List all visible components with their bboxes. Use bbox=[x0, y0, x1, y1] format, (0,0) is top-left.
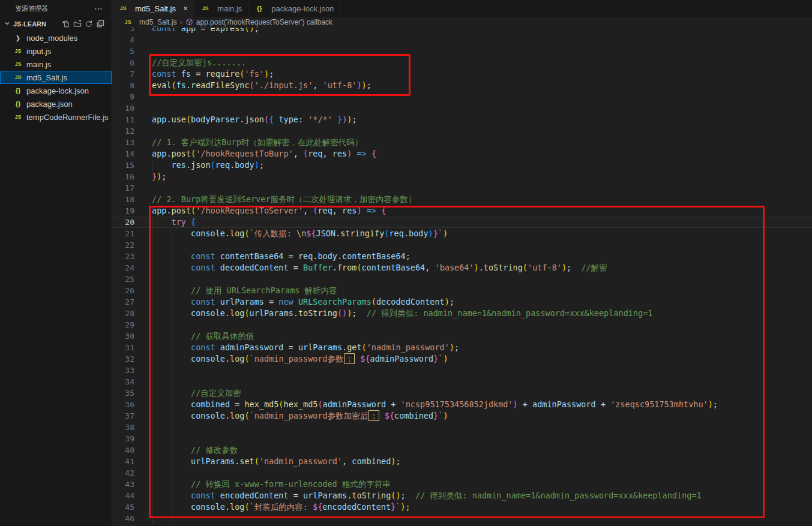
code-line[interactable]: 18// 2. Burp将要发送到Server服务时（二次处理请求，加密内容参数… bbox=[112, 194, 812, 205]
code-line[interactable]: 14app.post('/hookRequestToBurp', (req, r… bbox=[112, 148, 812, 160]
file-label: package.json bbox=[26, 100, 73, 109]
breadcrumb-separator-icon: › bbox=[180, 18, 182, 26]
js-file-icon: JS bbox=[13, 114, 23, 120]
code-text: const app = express(); bbox=[152, 28, 259, 34]
js-file-icon: JS bbox=[13, 61, 23, 67]
code-line[interactable]: 11app.use(bodyParser.json({ type: '*/*' … bbox=[112, 114, 812, 125]
code-line[interactable]: 12 bbox=[112, 125, 812, 137]
line-number: 4 bbox=[112, 34, 134, 46]
js-file-icon: JS bbox=[118, 5, 128, 11]
code-line[interactable]: 30 // 获取具体的值 bbox=[112, 330, 812, 342]
sidebar-item-package-lock.json[interactable]: {}package-lock.json bbox=[0, 84, 112, 97]
code-line[interactable]: 38 bbox=[112, 422, 812, 433]
close-icon[interactable]: × bbox=[183, 4, 188, 13]
code-line[interactable]: 44 const encodedContent = urlParams.toSt… bbox=[112, 490, 812, 501]
line-number: 24 bbox=[112, 262, 134, 273]
code-line[interactable]: 33 bbox=[112, 365, 812, 376]
tab-package-lock.json[interactable]: {}package-lock.json bbox=[248, 0, 340, 17]
indent-guide bbox=[172, 433, 172, 444]
code-line[interactable]: 24 const decodedContent = Buffer.from(co… bbox=[112, 262, 812, 273]
code-line[interactable]: 40 // 修改参数 bbox=[112, 444, 812, 456]
vscode-window: 资源管理器 ⋯ JS-LEARN ❯node_modulesJSinput.js bbox=[0, 0, 812, 526]
code-line[interactable]: 31 const adminPassword = urlParams.get('… bbox=[112, 342, 812, 353]
sidebar-item-main.js[interactable]: JSmain.js bbox=[0, 58, 112, 71]
line-number: 29 bbox=[112, 319, 134, 330]
code-text: app.post('/hookRequestToServer', (req, r… bbox=[152, 205, 386, 217]
code-line[interactable]: 32 console.log(`nadmin_password参数： ${adm… bbox=[112, 353, 812, 365]
code-line[interactable]: 15 res.json(req.body); bbox=[112, 160, 812, 171]
code-line[interactable]: 43 // 转换回 x-www-form-urlencoded 格式的字符串 bbox=[112, 479, 812, 490]
unicode-highlight-box: ： bbox=[368, 410, 379, 421]
workspace-section-header[interactable]: JS-LEARN bbox=[0, 17, 112, 31]
code-text: // 转换回 x-www-form-urlencoded 格式的字符串 bbox=[152, 479, 391, 490]
code-line[interactable]: 25 bbox=[112, 273, 812, 285]
line-number: 38 bbox=[112, 422, 134, 433]
unicode-highlight-box: ： bbox=[344, 353, 355, 364]
tab-main.js[interactable]: JSmain.js bbox=[194, 0, 248, 17]
code-text: const decodedContent = Buffer.from(conte… bbox=[152, 262, 607, 273]
code-line[interactable]: 35 //自定义加密 bbox=[112, 387, 812, 399]
code-line[interactable]: 16}); bbox=[112, 171, 812, 182]
more-actions-icon[interactable]: ⋯ bbox=[94, 4, 103, 13]
line-number: 30 bbox=[112, 330, 134, 342]
sidebar-item-package.json[interactable]: {}package.json bbox=[0, 97, 112, 110]
file-label: md5_Salt.js bbox=[26, 73, 67, 82]
line-number: 16 bbox=[112, 171, 134, 182]
code-line[interactable]: 42 bbox=[112, 467, 812, 479]
code-line[interactable]: 17 bbox=[112, 182, 812, 194]
code-line[interactable]: 8eval(fs.readFileSync('./input.js', 'utf… bbox=[112, 80, 812, 91]
new-file-icon[interactable] bbox=[60, 19, 71, 29]
code-line[interactable]: 34 bbox=[112, 376, 812, 387]
code-line[interactable]: 20 try { bbox=[112, 217, 812, 228]
tab-md5_Salt.js[interactable]: JSmd5_Salt.js× bbox=[112, 0, 194, 17]
sidebar-item-tempCodeRunnerFile.js[interactable]: JStempCodeRunnerFile.js bbox=[0, 110, 112, 124]
collapse-all-icon[interactable] bbox=[94, 19, 106, 29]
code-line[interactable]: 13// 1. 客户端到达Burp时（如需解密，在此处解密代码） bbox=[112, 137, 812, 148]
code-line[interactable]: 7const fs = require('fs'); bbox=[112, 68, 812, 80]
code-line[interactable]: 4 bbox=[112, 34, 812, 46]
code-line[interactable]: 19app.post('/hookRequestToServer', (req,… bbox=[112, 205, 812, 217]
breadcrumb-file[interactable]: md5_Salt.js bbox=[139, 18, 177, 26]
indent-guide bbox=[172, 376, 172, 387]
line-number: 17 bbox=[112, 182, 134, 194]
line-number: 21 bbox=[112, 228, 134, 239]
code-line[interactable]: 10 bbox=[112, 103, 812, 114]
code-line[interactable]: 28 console.log(urlParams.toString()); //… bbox=[112, 308, 812, 319]
code-text: combined = hex_md5(hex_md5(adminPassword… bbox=[152, 399, 718, 410]
line-number: 32 bbox=[112, 353, 134, 365]
code-line[interactable]: 27 const urlParams = new URLSearchParams… bbox=[112, 296, 812, 308]
code-line[interactable]: 21 console.log(`传入数据: \n${JSON.stringify… bbox=[112, 228, 812, 239]
line-number: 22 bbox=[112, 239, 134, 251]
code-line[interactable]: 6//自定义加密js....... bbox=[112, 57, 812, 68]
line-number: 5 bbox=[112, 46, 134, 57]
sidebar-item-node_modules[interactable]: ❯node_modules bbox=[0, 31, 112, 44]
line-number: 42 bbox=[112, 467, 134, 479]
code-line[interactable]: 29 bbox=[112, 319, 812, 330]
code-text: const contentBase64 = req.body.contentBa… bbox=[152, 251, 411, 262]
code-line[interactable]: 3const app = express(); bbox=[112, 28, 812, 34]
code-line[interactable]: 39 bbox=[112, 433, 812, 444]
code-line[interactable]: 37 console.log(`nadmin_password参数加密后： ${… bbox=[112, 410, 812, 422]
code-line[interactable]: 9 bbox=[112, 91, 812, 103]
new-folder-icon[interactable] bbox=[71, 19, 83, 29]
chevron-right-icon: ❯ bbox=[13, 35, 23, 41]
sidebar-item-input.js[interactable]: JSinput.js bbox=[0, 44, 112, 58]
js-file-icon: JS bbox=[13, 48, 23, 54]
line-number: 20 bbox=[112, 217, 134, 228]
code-line[interactable]: 26 // 使用 URLSearchParams 解析内容 bbox=[112, 285, 812, 296]
code-line[interactable]: 36 combined = hex_md5(hex_md5(adminPassw… bbox=[112, 399, 812, 410]
breadcrumb-symbol[interactable]: app.post('/hookRequestToServer') callbac… bbox=[196, 18, 332, 26]
indent-guide bbox=[152, 319, 153, 330]
line-number: 31 bbox=[112, 342, 134, 353]
code-line[interactable]: 41 urlParams.set('nadmin_password', comb… bbox=[112, 456, 812, 467]
code-line[interactable]: 23 const contentBase64 = req.body.conten… bbox=[112, 251, 812, 262]
code-editor[interactable]: 3const app = express();456//自定义加密js.....… bbox=[112, 28, 812, 526]
code-line[interactable]: 5 bbox=[112, 46, 812, 57]
code-line[interactable]: 45 console.log(`封装后的内容: ${encodedContent… bbox=[112, 501, 812, 513]
code-line[interactable]: 22 bbox=[112, 239, 812, 251]
tab-label: md5_Salt.js bbox=[135, 4, 176, 13]
sidebar-item-md5_Salt.js[interactable]: JSmd5_Salt.js bbox=[0, 71, 112, 84]
refresh-icon[interactable] bbox=[83, 19, 94, 29]
json-file-icon: {} bbox=[254, 5, 264, 12]
code-line[interactable]: 46 bbox=[112, 513, 812, 524]
